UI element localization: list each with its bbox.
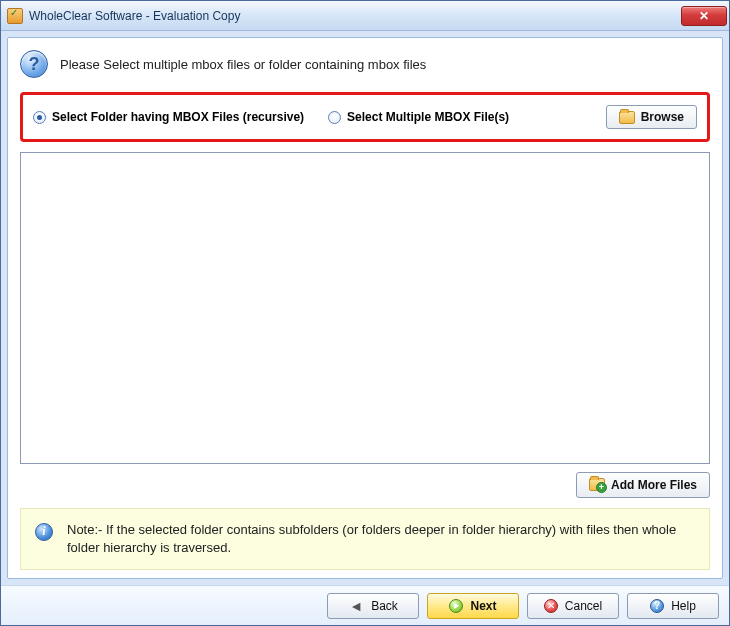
folder-icon [619,111,635,124]
window-title: WholeClear Software - Evaluation Copy [29,9,240,23]
prompt-text: Please Select multiple mbox files or fol… [60,57,426,72]
info-icon: i [35,523,53,541]
radio-icon [33,111,46,124]
help-label: Help [671,599,696,613]
radio-select-folder[interactable]: Select Folder having MBOX Files (recursi… [33,110,304,124]
client-area: ? Please Select multiple mbox files or f… [7,37,723,579]
note-panel: i Note:- If the selected folder contains… [20,508,710,570]
radio-select-files[interactable]: Select Multiple MBOX File(s) [328,110,509,124]
browse-button[interactable]: Browse [606,105,697,129]
add-more-files-button[interactable]: Add More Files [576,472,710,498]
help-icon: ? [20,50,48,78]
file-list[interactable] [20,152,710,464]
cancel-label: Cancel [565,599,602,613]
selection-panel: Select Folder having MBOX Files (recursi… [20,92,710,142]
radio-icon [328,111,341,124]
note-text: Note:- If the selected folder contains s… [67,521,695,557]
close-icon: ✕ [699,9,709,23]
app-window: WholeClear Software - Evaluation Copy ✕ … [0,0,730,626]
help-button[interactable]: ? Help [627,593,719,619]
help-icon: ? [650,599,664,613]
add-more-label: Add More Files [611,478,697,492]
back-arrow-icon: ◄ [348,598,364,614]
app-icon [7,8,23,24]
next-label: Next [470,599,496,613]
cancel-icon: ✕ [544,599,558,613]
browse-label: Browse [641,110,684,124]
radio-select-files-label: Select Multiple MBOX File(s) [347,110,509,124]
titlebar: WholeClear Software - Evaluation Copy ✕ [1,1,729,31]
cancel-button[interactable]: ✕ Cancel [527,593,619,619]
back-button[interactable]: ◄ Back [327,593,419,619]
prompt-row: ? Please Select multiple mbox files or f… [20,48,710,86]
add-more-row: Add More Files [20,472,710,498]
folder-add-icon [589,478,605,491]
back-label: Back [371,599,398,613]
footer: ◄ Back Next ✕ Cancel ? Help [1,585,729,625]
radio-select-folder-label: Select Folder having MBOX Files (recursi… [52,110,304,124]
next-arrow-icon [449,599,463,613]
close-button[interactable]: ✕ [681,6,727,26]
next-button[interactable]: Next [427,593,519,619]
